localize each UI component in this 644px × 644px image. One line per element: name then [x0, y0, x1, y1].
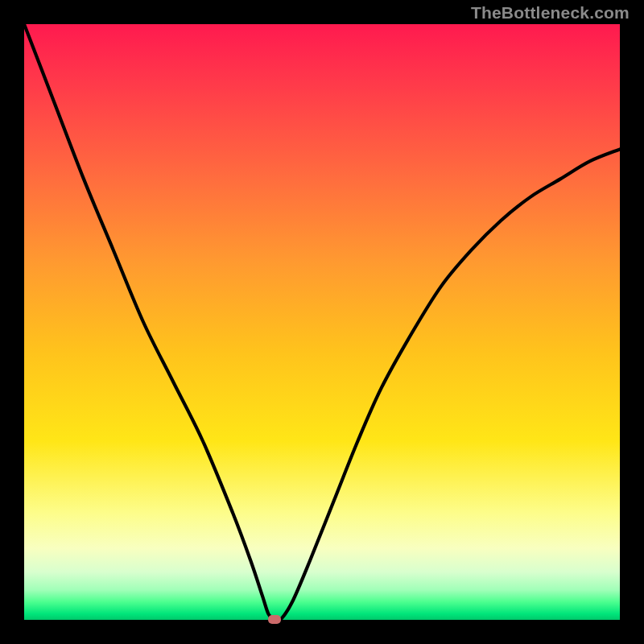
bottleneck-curve [24, 24, 620, 620]
watermark-text: TheBottleneck.com [471, 3, 630, 23]
optimum-marker [268, 615, 281, 624]
chart-frame: TheBottleneck.com [0, 0, 644, 644]
plot-area [24, 24, 620, 620]
